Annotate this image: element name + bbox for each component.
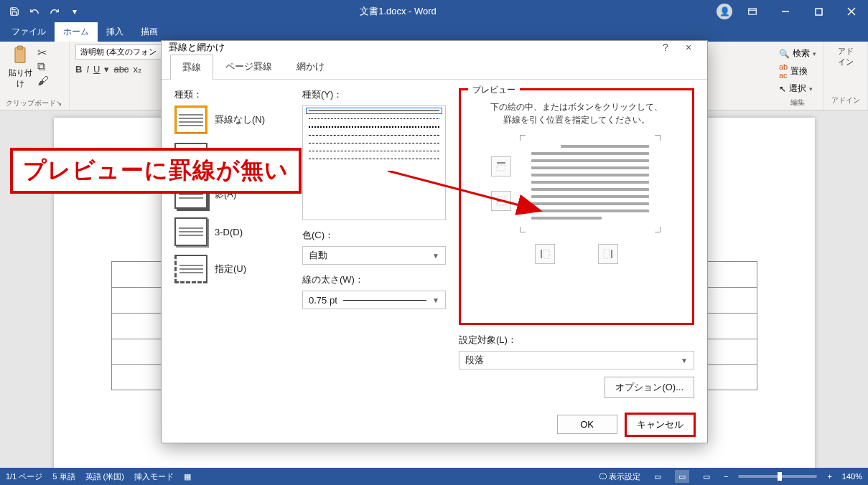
redo-icon[interactable] [46,3,63,20]
dialog-help-icon[interactable]: ? [654,42,677,53]
cursor-icon: ↖ [779,84,786,94]
cancel-button[interactable]: キャンセル [626,414,694,435]
underline-button[interactable]: U [93,64,100,75]
minimize-icon[interactable] [769,0,802,23]
title-bar: ▾ 文書1.docx - Word 👤 [0,0,868,23]
zoom-out-icon[interactable]: − [724,472,728,481]
apply-to-label: 設定対象(L)： [459,334,694,347]
type-3d[interactable]: 3-D(D) [174,217,289,246]
preview-legend: プレビュー [468,84,520,96]
window-controls [736,0,868,23]
width-label: 線の太さ(W)： [302,273,446,286]
dialog-close-icon[interactable]: × [677,42,700,53]
zoom-slider[interactable] [738,475,817,478]
line-style-dashed[interactable] [309,135,439,136]
status-mode[interactable]: 挿入モード [134,471,174,482]
tab-shading[interactable]: 網かけ [284,54,337,79]
cut-icon[interactable]: ✂ [37,46,50,59]
find-button[interactable]: 🔍検索▾ [779,46,816,61]
dialog-titlebar: 罫線と網かけ ? × [162,41,707,54]
apply-to-value: 段落 [465,354,484,367]
addin-button[interactable]: アド イン [831,46,860,67]
close-icon[interactable] [835,0,868,23]
type-custom[interactable]: 指定(U) [174,255,289,283]
line-style-dotted-thick[interactable] [309,126,439,128]
format-painter-icon[interactable]: 🖌 [37,75,50,88]
zoom-level[interactable]: 140% [842,472,862,481]
font-name-combo[interactable]: 游明朝 (本文のフォン [75,44,162,60]
ribbon-options-icon[interactable] [736,0,769,23]
tab-border[interactable]: 罫線 [170,55,213,80]
tab-home[interactable]: ホーム [55,22,98,42]
line-style-dotted[interactable] [309,118,439,119]
tab-draw[interactable]: 描画 [132,22,167,42]
tab-insert[interactable]: 挿入 [98,22,132,42]
undo-icon[interactable] [26,3,43,20]
line-style-dashdot[interactable] [309,151,439,151]
replace-icon: abac [779,62,788,80]
strike-button[interactable]: abc [113,64,129,75]
svg-rect-13 [543,250,549,258]
save-icon[interactable] [6,3,23,20]
svg-rect-7 [18,46,23,50]
line-style-dashdotdot[interactable] [309,159,439,159]
select-button[interactable]: ↖選択▾ [779,81,816,96]
color-combo[interactable]: 自動 ▼ [302,246,446,265]
svg-rect-15 [604,250,610,258]
tab-page-border[interactable]: ページ罫線 [213,54,284,79]
svg-rect-3 [816,9,822,15]
preview-right-border-button[interactable] [598,244,618,264]
options-button[interactable]: オプション(O)... [605,377,694,398]
svg-rect-9 [497,165,505,171]
status-language[interactable]: 英語 (米国) [85,471,124,482]
qat-customize-icon[interactable]: ▾ [66,3,83,20]
read-mode-icon[interactable]: ▭ [650,470,665,483]
copy-icon[interactable]: ⧉ [37,60,50,73]
line-style-solid[interactable] [309,110,439,111]
dialog-buttons: OK キャンセル [162,407,707,446]
clipboard-dialog-launcher-icon[interactable]: ↘ [56,99,63,107]
editing-group-label: 編集 [779,96,816,108]
line-style-dash-sm[interactable] [309,143,439,143]
width-value: 0.75 pt [309,295,337,306]
replace-button[interactable]: abac置換 [779,61,816,81]
italic-button[interactable]: I [86,64,89,75]
preview-help: 下の絵の中、またはボタンをクリックして、罫線を引く位置を指定してください。 [470,100,683,126]
account-button[interactable]: 👤 [713,0,736,23]
underline-more-icon[interactable]: ▾ [104,64,109,75]
user-avatar-icon: 👤 [717,4,732,19]
clipboard-group: 貼り付け ✂ ⧉ 🖌 クリップボード ↘ [0,42,70,110]
maximize-icon[interactable] [802,0,835,23]
status-words[interactable]: 5 単語 [52,471,75,482]
document-title: 文書1.docx - Word [83,5,713,18]
svg-line-16 [388,171,538,210]
clipboard-icon [9,44,32,67]
chevron-down-icon: ▼ [681,357,688,364]
type-3d-label: 3-D(D) [215,227,243,237]
zoom-in-icon[interactable]: + [827,472,831,481]
search-icon: 🔍 [779,49,790,59]
type-label: 種類： [174,88,289,101]
type-none-label: 罫線なし(N) [215,113,265,126]
width-combo[interactable]: 0.75 pt ▼ [302,291,446,309]
svg-rect-8 [497,162,505,164]
paste-button[interactable]: 貼り付け [6,44,34,89]
bold-button[interactable]: B [75,64,82,75]
ok-button[interactable]: OK [557,415,617,434]
status-page[interactable]: 1/1 ページ [6,471,42,482]
ribbon-tabs: ファイル ホーム 挿入 描画 [0,23,868,42]
display-settings[interactable]: 🖵 表示設定 [599,471,640,482]
apply-to-combo[interactable]: 段落 ▼ [459,351,694,369]
type-none[interactable]: 罫線なし(N) [174,105,289,134]
tab-file[interactable]: ファイル [3,22,55,42]
print-layout-icon[interactable]: ▭ [675,470,689,483]
preview-left-border-button[interactable] [535,244,555,264]
addin-group: アド イン アドイン [824,42,868,110]
paste-label: 貼り付け [6,67,34,89]
subscript-button[interactable]: x₂ [133,64,141,75]
annotation-arrow-icon [388,171,553,221]
status-macro-icon[interactable]: ▦ [184,472,191,481]
svg-rect-0 [749,9,757,14]
color-value: 自動 [309,249,327,262]
web-layout-icon[interactable]: ▭ [699,470,714,483]
